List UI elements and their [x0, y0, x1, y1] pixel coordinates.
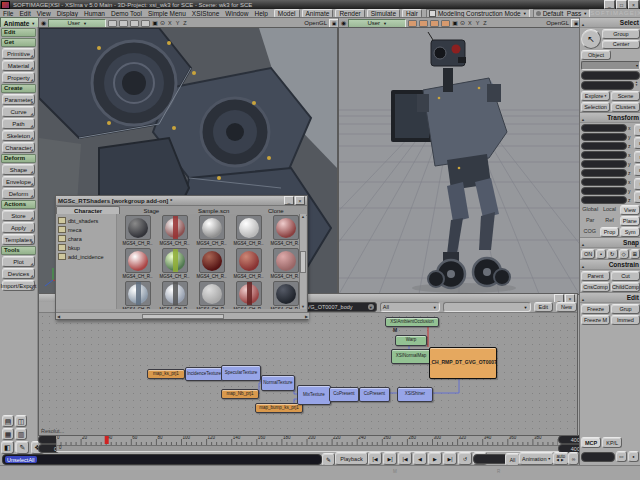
- render-node-xsinormalmap[interactable]: XSINormalMap: [391, 349, 431, 364]
- render-node-warp[interactable]: Warp: [395, 335, 427, 346]
- render-node-copresent[interactable]: CoPresent: [359, 387, 390, 402]
- command-line[interactable]: UnselectAll: [2, 454, 322, 465]
- visibility-eye-icon[interactable]: ⊙: [160, 19, 165, 27]
- playback-range-bar[interactable]: 0: [56, 445, 560, 452]
- close-button[interactable]: ×: [628, 0, 639, 9]
- shader-thumbnail[interactable]: MGS4_CH_R..: [119, 248, 156, 281]
- par-button[interactable]: Par: [581, 216, 599, 224]
- cut-button[interactable]: Cut: [611, 271, 640, 281]
- frame-in-icon[interactable]: [◀: [368, 452, 382, 465]
- menu-edit[interactable]: Edit: [16, 10, 33, 17]
- menu-human[interactable]: Human: [81, 10, 108, 17]
- immed-button[interactable]: Immed: [611, 315, 640, 325]
- transform-r-y-field[interactable]: [581, 160, 627, 168]
- cog-button[interactable]: COG: [581, 227, 599, 235]
- toolbar-button-deform[interactable]: Deform◢: [2, 188, 35, 199]
- section-header-snap[interactable]: Snap▲: [580, 237, 640, 248]
- toolbar-button-devices[interactable]: Devices◢: [2, 268, 35, 279]
- cnscomp-button[interactable]: CnsComp: [581, 282, 610, 292]
- loop-icon[interactable]: ↺: [458, 452, 472, 465]
- view-button[interactable]: View: [620, 205, 640, 215]
- transform-t-z-field[interactable]: [581, 196, 627, 204]
- transform-tool-t[interactable]: t: [634, 178, 640, 190]
- snap-on-button[interactable]: ON: [581, 249, 595, 259]
- menu-xsistone[interactable]: XSIStone: [189, 10, 222, 17]
- shader-thumbnail[interactable]: MGS4_CH_R..: [230, 281, 267, 309]
- prop-button[interactable]: Prop: [600, 227, 620, 237]
- toolbar-button-envelope[interactable]: Envelope◢: [2, 176, 35, 187]
- renderer-dropdown[interactable]: OpenGL: [546, 20, 569, 26]
- axis-toggle-y[interactable]: Y: [475, 20, 481, 26]
- shader-thumbnail[interactable]: MGS4_CH_R..: [193, 281, 230, 309]
- memo-cam-button[interactable]: [141, 20, 150, 27]
- transform-r-z-field[interactable]: [581, 169, 627, 177]
- global-button[interactable]: Global: [581, 205, 599, 213]
- render-node-mixtexture[interactable]: MixTexture: [297, 385, 331, 405]
- render-node-map-bump-ks-prj1[interactable]: map_bump_ks_prj1: [255, 403, 303, 413]
- memo-cam-button[interactable]: [108, 20, 117, 27]
- animation-dropdown[interactable]: Animation▼: [519, 452, 554, 465]
- layout-two-vert[interactable]: ◫: [15, 415, 27, 427]
- tab-kp-l[interactable]: KP/L: [602, 437, 622, 448]
- section-header-transform[interactable]: Transform▲: [580, 112, 640, 123]
- local-button[interactable]: Local: [600, 205, 618, 213]
- edit-button[interactable]: Edit: [534, 302, 553, 312]
- transform-options-s-icon[interactable]: ≡: [634, 137, 640, 149]
- horizontal-scrollbar[interactable]: ◀▶: [56, 312, 309, 319]
- memo-cam-button[interactable]: [430, 20, 439, 27]
- layout-four[interactable]: ▦: [2, 428, 14, 440]
- render-node-map-nb-prj1[interactable]: map_Nb_prj1: [221, 389, 259, 399]
- transform-tool-r[interactable]: r: [634, 151, 640, 163]
- render-node-map-ks-prj1[interactable]: map_ks_prj1: [147, 369, 185, 379]
- camera-icon[interactable]: ◉: [341, 19, 346, 27]
- shader-thumbnail[interactable]: MGS4_CH_R..: [156, 248, 193, 281]
- scene-button[interactable]: Scene: [611, 91, 640, 101]
- shader-thumbnail[interactable]: MGS4_CH_R..: [119, 281, 156, 309]
- maximize-button[interactable]: □: [616, 0, 627, 9]
- snap-curve-icon[interactable]: ↻: [607, 249, 617, 259]
- render-node-xsishiner[interactable]: XSIShiner: [397, 387, 433, 402]
- display-mode-icon[interactable]: ▣: [152, 19, 158, 27]
- section-header-edit[interactable]: Edit▲: [580, 292, 640, 303]
- minimize-button[interactable]: _: [604, 0, 615, 9]
- clusters-button[interactable]: Clusters: [611, 102, 640, 112]
- menu-window[interactable]: Window: [222, 10, 251, 17]
- first-frame-icon[interactable]: |◀: [398, 452, 412, 465]
- toolbar-button-templates[interactable]: Templates◢: [2, 234, 35, 245]
- shader-tree-item-dbt-shaders[interactable]: dbt_shaders: [56, 216, 116, 225]
- explore-button[interactable]: Explore▾: [581, 91, 610, 101]
- axis-toggle-z[interactable]: Z: [482, 20, 487, 26]
- axis-toggle-y[interactable]: Y: [175, 20, 181, 26]
- render-node-speculartexture[interactable]: SpecularTexture: [221, 365, 261, 381]
- visibility-eye-icon[interactable]: ⊙: [460, 19, 465, 27]
- memo-cam-button[interactable]: [408, 20, 417, 27]
- renderer-dropdown[interactable]: OpenGL: [304, 20, 327, 26]
- object-select-icon[interactable]: ◧: [1, 441, 14, 454]
- selection-count-field[interactable]: [581, 81, 634, 90]
- menu-help[interactable]: Help: [251, 10, 270, 17]
- axis-toggle-z[interactable]: Z: [182, 20, 187, 26]
- parent-button[interactable]: Parent: [581, 271, 610, 281]
- toolbar-button-skeleton[interactable]: Skeleton◢: [2, 130, 35, 141]
- memo-cam-button[interactable]: [130, 20, 139, 27]
- close-icon[interactable]: ×: [295, 196, 305, 205]
- transform-t-x-field[interactable]: [581, 178, 627, 186]
- select-tool-button[interactable]: ↖: [581, 29, 601, 49]
- transform-r-x-field[interactable]: [581, 151, 627, 159]
- toolbar-button-path[interactable]: Path◢: [2, 118, 35, 129]
- memo-cam-button[interactable]: [119, 20, 128, 27]
- toolbar-button-import-export[interactable]: Import/Export◢: [2, 280, 35, 291]
- snap-grid-icon[interactable]: ⊞: [630, 249, 640, 259]
- display-mode-icon[interactable]: ▣: [452, 19, 458, 27]
- shader-thumbnail[interactable]: MGS4_CH_R..: [267, 248, 299, 281]
- menu-simple-menu[interactable]: Simple Menu: [145, 10, 189, 17]
- shader-tree-item-bkup[interactable]: bkup: [56, 243, 116, 252]
- construction-mode-checkbox[interactable]: [429, 10, 436, 17]
- memo-cam-button[interactable]: [419, 20, 428, 27]
- render-node-xsiambientocclusion[interactable]: XSIAmbientOcclusion: [385, 317, 439, 327]
- filter-dropdown[interactable]: All ▼: [380, 302, 440, 312]
- transform-s-x-field[interactable]: [581, 124, 627, 132]
- toolbar-button-material[interactable]: Material◢: [2, 60, 35, 71]
- pen-tool-icon[interactable]: ✎: [16, 441, 29, 454]
- circle-icon[interactable]: ●: [628, 451, 639, 462]
